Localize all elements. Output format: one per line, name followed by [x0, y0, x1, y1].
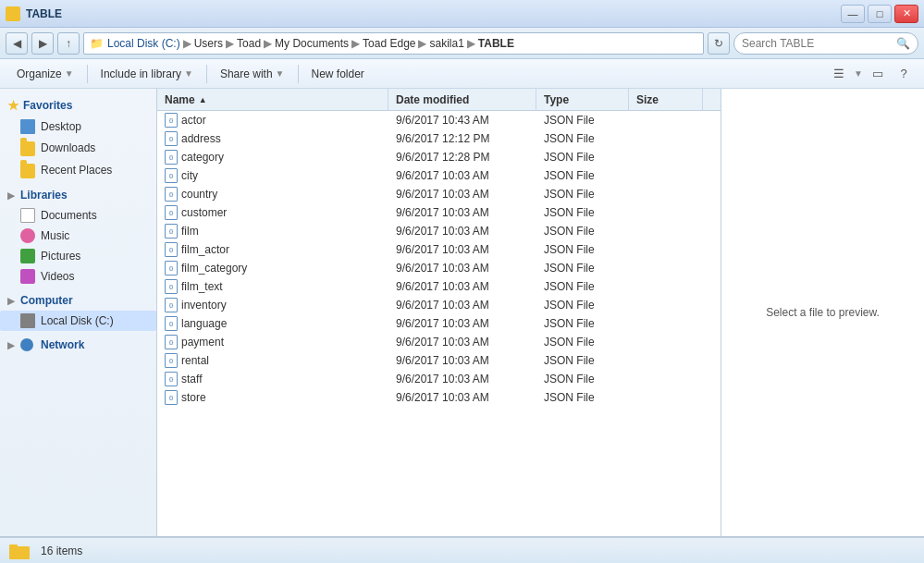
close-button[interactable]: ✕ [894, 5, 918, 23]
file-date-cell: 9/6/2017 10:03 AM [388, 169, 536, 182]
file-name: staff [181, 373, 202, 386]
new-folder-button[interactable]: New folder [304, 63, 372, 85]
help-button[interactable]: ? [893, 63, 915, 85]
view-details-button[interactable]: ☰ [828, 63, 850, 85]
file-type-cell: JSON File [536, 151, 629, 164]
file-type-cell: JSON File [536, 373, 629, 386]
status-folder-icon [9, 542, 31, 560]
address-path[interactable]: 📁 Local Disk (C:) ▶ Users ▶ Toad ▶ My Do… [83, 32, 704, 55]
file-name: country [181, 188, 217, 201]
maximize-button[interactable]: □ [868, 5, 892, 23]
table-row[interactable]: {} film_text 9/6/2017 10:03 AM JSON File [157, 277, 721, 296]
sidebar-item-documents[interactable]: Documents [0, 205, 156, 226]
sidebar-item-pictures[interactable]: Pictures [0, 246, 156, 266]
sidebar-item-local-disk-label: Local Disk (C:) [41, 314, 114, 327]
sidebar-item-desktop[interactable]: Desktop [0, 116, 156, 137]
share-with-button[interactable]: Share with ▼ [213, 63, 292, 85]
table-row[interactable]: {} inventory 9/6/2017 10:03 AM JSON File [157, 296, 721, 314]
json-file-icon: {} [165, 168, 178, 183]
file-date-cell: 9/6/2017 10:03 AM [388, 391, 536, 404]
svg-rect-0 [9, 546, 30, 559]
json-file-icon: {} [165, 261, 178, 275]
sidebar-favorites-label: Favorites [23, 99, 72, 112]
refresh-button[interactable]: ↻ [708, 32, 730, 55]
file-type-cell: JSON File [536, 188, 629, 201]
search-input[interactable] [742, 37, 893, 50]
file-name-cell: {} customer [157, 205, 388, 220]
table-row[interactable]: {} city 9/6/2017 10:03 AM JSON File [157, 166, 721, 185]
sidebar: ★ Favorites Desktop Downloads Recent Pla… [0, 89, 157, 536]
sidebar-item-music-label: Music [41, 229, 69, 242]
forward-button[interactable]: ▶ [31, 32, 54, 55]
file-name-cell: {} city [157, 168, 388, 183]
search-box[interactable]: 🔍 [733, 32, 918, 55]
sidebar-favorites-header: ★ Favorites [0, 94, 156, 116]
file-name: inventory [181, 299, 227, 312]
table-row[interactable]: {} film 9/6/2017 10:03 AM JSON File [157, 222, 721, 240]
preview-text: Select a file to preview. [766, 306, 880, 319]
table-row[interactable]: {} language 9/6/2017 10:03 AM JSON File [157, 314, 721, 333]
file-type-cell: JSON File [536, 391, 629, 404]
file-name-cell: {} store [157, 390, 388, 405]
json-file-icon: {} [165, 113, 178, 128]
table-row[interactable]: {} staff 9/6/2017 10:03 AM JSON File [157, 370, 721, 388]
sidebar-item-recent-places[interactable]: Recent Places [0, 159, 156, 181]
sidebar-item-downloads-label: Downloads [41, 141, 95, 154]
file-type-cell: JSON File [536, 280, 629, 293]
table-row[interactable]: {} rental 9/6/2017 10:03 AM JSON File [157, 351, 721, 370]
table-row[interactable]: {} film_actor 9/6/2017 10:03 AM JSON Fil… [157, 240, 721, 259]
sidebar-item-local-disk[interactable]: Local Disk (C:) [0, 311, 156, 331]
include-library-label: Include in library [101, 67, 181, 80]
organize-chevron: ▼ [65, 68, 74, 79]
json-file-icon: {} [165, 353, 178, 368]
json-file-icon: {} [165, 316, 178, 331]
sidebar-libraries-section: ▶ Libraries Documents Music Pictures Vid… [0, 185, 156, 287]
sidebar-computer-section: ▶ Computer Local Disk (C:) [0, 290, 156, 331]
file-name-cell: {} film_actor [157, 242, 388, 257]
file-type-cell: JSON File [536, 299, 629, 312]
organize-button[interactable]: Organize ▼ [9, 63, 81, 85]
col-header-size[interactable]: Size [629, 89, 703, 110]
content-area: Name ▲ Date modified Type Size {} actor … [157, 89, 721, 536]
back-button[interactable]: ◀ [6, 32, 28, 55]
status-item-count: 16 items [41, 545, 82, 557]
sidebar-item-videos-label: Videos [41, 270, 74, 283]
desktop-icon [20, 119, 35, 134]
table-row[interactable]: {} actor 9/6/2017 10:43 AM JSON File [157, 111, 721, 129]
sidebar-item-music[interactable]: Music [0, 226, 156, 246]
file-name-cell: {} address [157, 131, 388, 146]
hide-preview-button[interactable]: ▭ [867, 63, 889, 85]
table-row[interactable]: {} country 9/6/2017 10:03 AM JSON File [157, 185, 721, 203]
include-library-button[interactable]: Include in library ▼ [93, 63, 201, 85]
table-row[interactable]: {} customer 9/6/2017 10:03 AM JSON File [157, 203, 721, 222]
organize-label: Organize [17, 67, 62, 80]
table-row[interactable]: {} film_category 9/6/2017 10:03 AM JSON … [157, 259, 721, 277]
file-name: actor [181, 114, 206, 127]
sidebar-network-label: Network [41, 338, 84, 351]
title-bar: TABLE — □ ✕ [0, 0, 924, 28]
file-type-cell: JSON File [536, 317, 629, 330]
table-row[interactable]: {} address 9/6/2017 12:12 PM JSON File [157, 129, 721, 148]
table-row[interactable]: {} payment 9/6/2017 10:03 AM JSON File [157, 333, 721, 351]
up-button[interactable]: ↑ [57, 32, 80, 55]
file-name: film_category [181, 262, 247, 275]
col-header-type[interactable]: Type [536, 89, 629, 110]
file-date-cell: 9/6/2017 12:28 PM [388, 151, 536, 164]
toolbar-separator-1 [87, 65, 88, 83]
table-row[interactable]: {} category 9/6/2017 12:28 PM JSON File [157, 148, 721, 166]
toolbar-separator-2 [206, 65, 207, 83]
col-header-name[interactable]: Name ▲ [157, 89, 388, 110]
share-with-label: Share with [220, 67, 273, 80]
sidebar-computer-label: Computer [20, 294, 73, 307]
sidebar-item-documents-label: Documents [41, 209, 97, 222]
col-header-date[interactable]: Date modified [388, 89, 536, 110]
sidebar-item-videos[interactable]: Videos [0, 266, 156, 287]
main-area: ★ Favorites Desktop Downloads Recent Pla… [0, 89, 924, 537]
json-file-icon: {} [165, 372, 178, 386]
table-row[interactable]: {} store 9/6/2017 10:03 AM JSON File [157, 388, 721, 407]
minimize-button[interactable]: — [841, 5, 865, 23]
documents-icon [20, 208, 35, 223]
file-name-cell: {} actor [157, 113, 388, 128]
sidebar-item-downloads[interactable]: Downloads [0, 137, 156, 159]
file-name-cell: {} payment [157, 335, 388, 349]
